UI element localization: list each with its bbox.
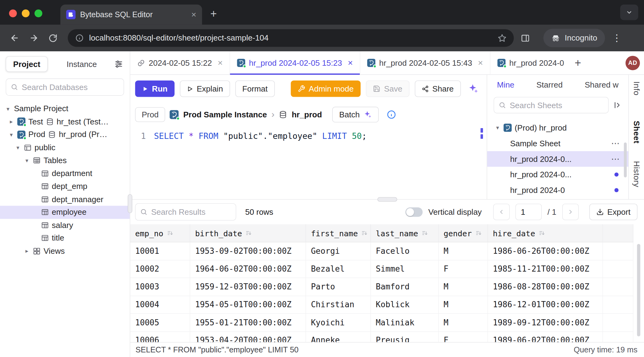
- tree-item-views-group[interactable]: ▸ Views: [0, 245, 130, 257]
- tree-item-table-dept-emp[interactable]: dept_emp: [0, 180, 130, 193]
- tree-item-table-employee[interactable]: employee: [0, 206, 130, 219]
- results-search[interactable]: [135, 203, 236, 221]
- tree-item-table-dept-manager[interactable]: dept_manager: [0, 193, 130, 206]
- next-page-button[interactable]: [562, 204, 579, 220]
- sheet-search-input[interactable]: [510, 100, 604, 110]
- new-browser-tab-button[interactable]: +: [210, 8, 217, 20]
- close-icon[interactable]: ×: [348, 58, 353, 68]
- sort-icon[interactable]: [422, 230, 428, 236]
- sort-icon[interactable]: [539, 230, 545, 236]
- tree-item-project[interactable]: ▾ Sample Project: [0, 102, 130, 115]
- reload-button[interactable]: [45, 30, 61, 46]
- sheet-group-row[interactable]: ▾ (Prod) hr_prod: [487, 120, 628, 135]
- run-button[interactable]: Run: [135, 80, 175, 97]
- tree-item-table-department[interactable]: department: [0, 167, 130, 180]
- tab-instance[interactable]: Instance: [67, 59, 97, 69]
- forward-button[interactable]: [26, 30, 41, 46]
- column-header[interactable]: emp_no: [130, 224, 190, 242]
- instance-breadcrumb[interactable]: Prod Sample Instance: [183, 110, 267, 120]
- sheet-tab-label: 2024-02-05 15:22: [149, 58, 212, 68]
- tab-search-button[interactable]: [620, 5, 638, 20]
- save-button[interactable]: Save: [366, 80, 409, 97]
- share-button[interactable]: Share: [415, 80, 461, 97]
- results-scrollbar[interactable]: [637, 244, 640, 336]
- tree-item-tables-group[interactable]: ▾ Tables: [0, 154, 130, 167]
- column-header[interactable]: gender: [439, 224, 488, 242]
- tree-item-test-instance[interactable]: ▸ Test hr_test (Test…: [0, 115, 130, 128]
- filter-settings-button[interactable]: [114, 60, 123, 69]
- results-resize-handle[interactable]: [377, 197, 397, 202]
- tree-item-prod-instance[interactable]: ▾ Prod hr_prod (Pr…: [0, 128, 130, 141]
- results-search-input[interactable]: [151, 207, 231, 217]
- sheet-tab-3[interactable]: hr_prod 2024-02-05 15:43 ×: [360, 51, 490, 74]
- window-zoom-button[interactable]: [34, 9, 42, 17]
- format-button[interactable]: Format: [235, 80, 275, 97]
- close-icon[interactable]: ×: [478, 58, 483, 68]
- column-header[interactable]: hire_date: [488, 224, 603, 242]
- back-button[interactable]: [6, 30, 22, 46]
- window-minimize-button[interactable]: [22, 9, 29, 17]
- database-breadcrumb[interactable]: hr_prod: [292, 110, 322, 120]
- column-header[interactable]: last_name: [371, 224, 439, 242]
- address-bar[interactable]: localhost:8080/sql-editor/sheet/project-…: [68, 29, 514, 47]
- sort-icon[interactable]: [475, 230, 481, 236]
- sheet-item[interactable]: hr_prod 2024-0: [487, 182, 628, 198]
- bookmark-star-icon[interactable]: [498, 34, 506, 42]
- column-header[interactable]: first_name: [306, 224, 371, 242]
- sheet-tab-4[interactable]: hr_prod 2024-0: [490, 51, 569, 74]
- tab-info[interactable]: Info: [632, 81, 641, 96]
- database-search[interactable]: [6, 78, 124, 96]
- sheet-tab-1[interactable]: 2024-02-05 15:22 ×: [130, 51, 230, 74]
- collapse-panel-icon[interactable]: [613, 100, 622, 109]
- sql-statement: SELECT * FROM "public"."employee" LIMIT …: [154, 130, 367, 199]
- chevron-down-icon: ▾: [5, 105, 11, 112]
- tree-item-table-title[interactable]: title: [0, 232, 130, 245]
- sheet-item-selected[interactable]: hr_prod 2024-0... ⋯: [487, 151, 628, 167]
- column-header[interactable]: birth_date: [190, 224, 306, 242]
- browser-menu-button[interactable]: ⋮: [612, 33, 622, 44]
- tree-item-table-salary[interactable]: salary: [0, 219, 130, 232]
- tab-shared[interactable]: Shared w: [585, 80, 618, 89]
- editor-scrollbar-mark[interactable]: [481, 128, 483, 133]
- batch-button[interactable]: Batch: [332, 107, 379, 123]
- export-button[interactable]: Export: [589, 204, 638, 220]
- tab-project[interactable]: Project: [6, 56, 48, 72]
- page-number-input[interactable]: [516, 204, 542, 220]
- sheet-item[interactable]: hr_prod 2024-0...: [487, 167, 628, 182]
- tree-item-label: salary: [52, 220, 73, 230]
- sort-icon[interactable]: [246, 230, 252, 236]
- database-search-input[interactable]: [22, 82, 119, 92]
- sql-code-editor[interactable]: 1 SELECT * FROM "public"."employee" LIMI…: [130, 127, 487, 199]
- tab-close-icon[interactable]: ×: [191, 10, 196, 19]
- info-icon[interactable]: [387, 110, 396, 120]
- tab-starred[interactable]: Starred: [536, 80, 563, 89]
- browser-tab-strip: Bytebase SQL Editor × +: [0, 0, 644, 25]
- site-info-icon[interactable]: [75, 34, 84, 42]
- window-close-button[interactable]: [9, 9, 17, 17]
- tab-history[interactable]: History: [632, 161, 641, 187]
- user-avatar[interactable]: AD: [626, 56, 640, 70]
- sheet-tab-2[interactable]: hr_prod 2024-02-05 15:23 ×: [230, 51, 360, 74]
- admin-mode-button[interactable]: Admin mode: [291, 80, 361, 97]
- prev-page-button[interactable]: [493, 204, 509, 220]
- tab-mine[interactable]: Mine: [497, 80, 514, 89]
- panel-scrollbar[interactable]: [624, 143, 626, 178]
- tree-item-schema-public[interactable]: ▾ public: [0, 141, 130, 154]
- sort-icon[interactable]: [167, 230, 173, 236]
- side-panel-button[interactable]: [517, 30, 533, 46]
- table-cell: 1986-08-28T00:00:00Z: [488, 278, 603, 296]
- explain-button[interactable]: Explain: [180, 80, 230, 97]
- ai-assistant-button[interactable]: [468, 83, 478, 94]
- vertical-display-toggle[interactable]: [405, 207, 422, 217]
- sort-icon[interactable]: [362, 230, 368, 236]
- sheet-search[interactable]: [494, 97, 609, 113]
- new-sheet-button[interactable]: +: [569, 51, 587, 74]
- tab-sheet[interactable]: Sheet: [632, 121, 641, 143]
- close-icon[interactable]: ×: [218, 58, 222, 68]
- sidebar-resize-handle[interactable]: [128, 194, 132, 213]
- editor-scrollbar-mark[interactable]: [481, 134, 483, 139]
- browser-tab[interactable]: Bytebase SQL Editor ×: [60, 5, 202, 25]
- table-cell: 1953-04-20T00:00:00Z: [190, 332, 306, 342]
- status-dot: [243, 65, 246, 68]
- sheet-item[interactable]: Sample Sheet ⋯: [487, 135, 628, 151]
